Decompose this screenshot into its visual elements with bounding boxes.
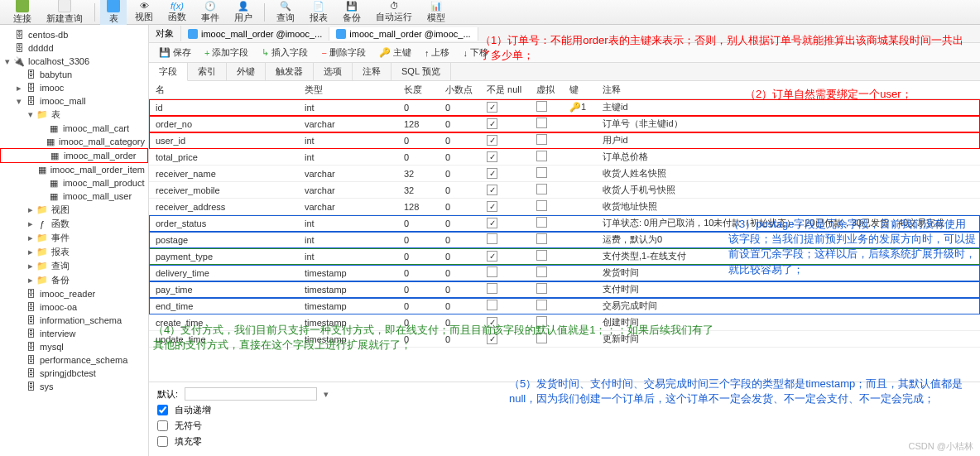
field-row[interactable]: total_priceint00订单总价格 bbox=[149, 149, 980, 166]
tree-item[interactable]: 🗄information_schema bbox=[0, 314, 148, 327]
connect-button[interactable]: 连接 bbox=[7, 0, 38, 26]
field-row[interactable]: pay_timetimestamp00支付时间 bbox=[149, 281, 980, 298]
tree-item[interactable]: ▦imooc_mall_category bbox=[0, 135, 148, 148]
tree-item[interactable]: 🗄mysql bbox=[0, 340, 148, 353]
zerofill-checkbox[interactable] bbox=[157, 436, 168, 447]
tree-item[interactable]: ▸📁事件 bbox=[0, 231, 148, 245]
auto-button[interactable]: ⏱自动运行 bbox=[369, 0, 419, 25]
function-button[interactable]: f(x)函数 bbox=[161, 0, 193, 25]
table-button[interactable]: 表 bbox=[100, 0, 127, 26]
subtab[interactable]: 选项 bbox=[314, 63, 353, 80]
tree-item[interactable]: ▦imooc_mall_order bbox=[0, 148, 148, 163]
report-icon: 📄 bbox=[313, 1, 324, 12]
backup-icon: 💾 bbox=[346, 1, 358, 12]
clock-icon: 🕐 bbox=[204, 1, 216, 12]
tree-item[interactable]: ▸📁报表 bbox=[0, 245, 148, 259]
tree-item[interactable]: ▾📁表 bbox=[0, 108, 148, 122]
field-row[interactable]: receiver_mobilevarchar320收货人手机号快照 bbox=[149, 182, 980, 199]
model-icon: 📊 bbox=[430, 1, 442, 12]
designer-subtabs: 字段索引外键触发器选项注释SQL 预览 bbox=[149, 63, 980, 81]
subtab[interactable]: 索引 bbox=[188, 63, 227, 80]
tree-item[interactable]: ▸🗄imooc bbox=[0, 81, 148, 94]
tree-item[interactable]: ▦imooc_mall_product bbox=[0, 176, 148, 190]
connection-tree: 🗄centos-db🗄ddddd▾🔌localhost_3306🗄babytun… bbox=[0, 25, 149, 456]
tree-item[interactable]: 🗄imooc-oa bbox=[0, 300, 148, 314]
event-button[interactable]: 🕐事件 bbox=[195, 0, 226, 26]
designer-toolbar: 💾保存 +添加字段 ↳插入字段 −删除字段 🔑主键 ↑ 上移 ↓ 下移 bbox=[149, 43, 980, 63]
view-icon: 👁 bbox=[140, 1, 149, 11]
field-row[interactable]: order_novarchar1280订单号（非主键id） bbox=[149, 116, 980, 132]
report-button[interactable]: 📄报表 bbox=[303, 0, 334, 26]
tree-item[interactable]: 🗄interview bbox=[0, 327, 148, 340]
field-row[interactable]: payment_typeint00支付类型,1-在线支付 bbox=[149, 248, 980, 265]
subtab[interactable]: 触发器 bbox=[266, 63, 314, 80]
field-row[interactable]: end_timetimestamp00交易完成时间 bbox=[149, 298, 980, 314]
subtab[interactable]: 外键 bbox=[227, 63, 266, 80]
tree-item[interactable]: 🗄centos-db bbox=[0, 28, 148, 41]
user-icon: 👤 bbox=[238, 1, 249, 12]
user-button[interactable]: 👤用户 bbox=[228, 0, 259, 26]
view-button[interactable]: 👁视图 bbox=[128, 0, 160, 25]
tree-item[interactable]: 🗄performance_schema bbox=[0, 353, 148, 367]
tab-table1[interactable]: imooc_mall_order @imooc_... bbox=[181, 27, 329, 41]
field-row[interactable]: postageint00运费，默认为0 bbox=[149, 232, 980, 248]
tree-item[interactable]: ▸ƒ函数 bbox=[0, 217, 148, 231]
newquery-button[interactable]: 新建查询 bbox=[40, 0, 89, 26]
default-input[interactable] bbox=[185, 387, 317, 401]
model-button[interactable]: 📊模型 bbox=[420, 0, 452, 26]
tree-item[interactable]: 🗄ddddd bbox=[0, 41, 148, 55]
move-down-button[interactable]: ↓ 下移 bbox=[459, 45, 492, 60]
subtab[interactable]: 注释 bbox=[353, 63, 392, 80]
field-row[interactable]: order_statusint00订单状态: 0用户已取消，10未付款（初始状态… bbox=[149, 215, 980, 232]
insert-field-button[interactable]: ↳插入字段 bbox=[258, 45, 311, 60]
field-row[interactable]: delivery_timetimestamp00发货时间 bbox=[149, 265, 980, 281]
backup-button[interactable]: 💾备份 bbox=[336, 0, 368, 26]
default-label: 默认: bbox=[157, 388, 178, 401]
tree-item[interactable]: ▦imooc_mall_cart bbox=[0, 122, 148, 135]
delete-field-button[interactable]: −删除字段 bbox=[318, 45, 368, 60]
field-row[interactable]: create_timetimestamp00创建时间 bbox=[149, 314, 980, 331]
unsigned-checkbox[interactable] bbox=[157, 420, 168, 431]
tree-item[interactable]: ▾🔌localhost_3306 bbox=[0, 55, 148, 68]
tree-item[interactable]: ▦imooc_mall_user bbox=[0, 190, 148, 203]
autoincrement-checkbox[interactable] bbox=[157, 405, 168, 415]
field-row[interactable]: receiver_namevarchar320收货人姓名快照 bbox=[149, 166, 980, 182]
field-row[interactable]: update_timetimestamp00更新时间 bbox=[149, 331, 980, 348]
tree-item[interactable]: 🗄babytun bbox=[0, 68, 148, 81]
key-icon: 🔑 bbox=[379, 47, 391, 58]
query-button[interactable]: 🔍查询 bbox=[270, 0, 301, 26]
tree-item[interactable]: ▦imooc_mall_order_item bbox=[0, 163, 148, 176]
search-icon: 🔍 bbox=[280, 1, 291, 12]
main-toolbar: 连接 新建查询 表 👁视图 f(x)函数 🕐事件 👤用户 🔍查询 📄报表 💾备份… bbox=[0, 0, 980, 25]
auto-icon: ⏱ bbox=[390, 1, 399, 11]
tree-item[interactable]: ▸📁视图 bbox=[0, 203, 148, 217]
primary-key-button[interactable]: 🔑主键 bbox=[376, 45, 415, 60]
tree-item[interactable]: 🗄imooc_reader bbox=[0, 287, 148, 300]
editor-tabs: 对象 imooc_mall_order @imooc_... imooc_mal… bbox=[149, 25, 980, 43]
tree-item[interactable]: ▾🗄imooc_mall bbox=[0, 94, 148, 108]
tree-item[interactable]: ▸📁查询 bbox=[0, 259, 148, 273]
tab-objects[interactable]: 对象 bbox=[149, 26, 181, 41]
tree-item[interactable]: ▸📁备份 bbox=[0, 273, 148, 287]
save-icon: 💾 bbox=[159, 47, 171, 58]
save-button[interactable]: 💾保存 bbox=[156, 45, 195, 60]
tab-table2[interactable]: imooc_mall_order @imooc_... bbox=[329, 27, 478, 41]
field-row[interactable]: user_idint00用户id bbox=[149, 132, 980, 149]
field-row[interactable]: idint00🔑1主键id bbox=[149, 99, 980, 116]
field-row[interactable]: receiver_addressvarchar1280收货地址快照 bbox=[149, 199, 980, 215]
move-up-button[interactable]: ↑ 上移 bbox=[421, 45, 454, 60]
tree-item[interactable]: 🗄springjdbctest bbox=[0, 367, 148, 380]
subtab[interactable]: SQL 预览 bbox=[392, 63, 451, 80]
tree-item[interactable]: 🗄sys bbox=[0, 380, 148, 393]
watermark: CSDN @小桔林 bbox=[909, 440, 973, 453]
field-properties: 默认:▾ 自动递增 无符号 填充零 bbox=[149, 382, 980, 456]
subtab[interactable]: 字段 bbox=[149, 63, 188, 81]
add-field-button[interactable]: +添加字段 bbox=[201, 45, 252, 60]
fields-grid[interactable]: 名类型长度小数点不是 null虚拟键注释 idint00🔑1主键idorder_… bbox=[149, 81, 980, 382]
